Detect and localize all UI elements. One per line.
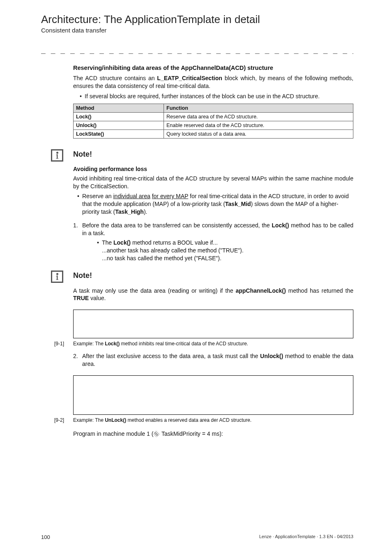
note-subheading: Avoiding performance loss — [73, 166, 353, 172]
table-cell-function: Query locked status of a data area. — [164, 130, 353, 138]
text-bold: L_EATP_CriticalSection — [157, 75, 222, 81]
note-text: A task may only use the data area (readi… — [73, 287, 353, 303]
step-1-line1: ...another task has already called the m… — [102, 247, 353, 254]
bullet-dot: • — [97, 239, 102, 247]
step-number: 2. — [73, 352, 82, 368]
intro-bullet: • If several blocks are required, furthe… — [80, 92, 353, 100]
step-1: 1. Before the data area to be transferre… — [73, 222, 353, 237]
divider-rule: _ _ _ _ _ _ _ _ _ _ _ _ _ _ _ _ _ _ _ _ … — [41, 45, 353, 54]
note-label: Note! — [73, 150, 92, 159]
step-1-sub-bullet: • The Lock() method returns a BOOL value… — [97, 239, 353, 247]
task-glyph-icon — [153, 430, 160, 437]
table-cell-method: Lock() — [74, 112, 164, 121]
info-icon: 1 — [51, 149, 63, 162]
figure-box-2 — [73, 375, 353, 415]
footer-right: Lenze · ApplicationTemplate · 1.3 EN - 0… — [259, 534, 353, 540]
bullet-text: If several blocks are required, further … — [85, 92, 353, 100]
program-line: Program in machine module 1 ( TaskMidPri… — [73, 430, 353, 437]
page-title: Architecture: The ApplicationTemplate in… — [41, 13, 353, 26]
note-bullet: • Reserve an individual area for every M… — [77, 192, 353, 216]
step-text: After the last exclusive access to the d… — [82, 352, 353, 368]
section-heading: Reserving/inhibiting data areas of the A… — [73, 65, 353, 71]
figure-ref: [9-1] — [54, 341, 73, 347]
method-table: Method Function Lock() Reserve data area… — [73, 104, 353, 139]
info-icon: 1 — [51, 271, 63, 283]
table-cell-function: Enable reserved data of the ACD structur… — [164, 121, 353, 130]
table-row: Lock() Reserve data area of the ACD stru… — [74, 112, 353, 121]
figure-ref: [9-2] — [54, 417, 73, 423]
table-cell-function: Reserve data area of the ACD structure. — [164, 112, 353, 121]
step-1-line2: ...no task has called the method yet ("F… — [102, 254, 353, 262]
table-header: Function — [164, 104, 353, 112]
step-number: 1. — [73, 222, 82, 237]
bullet-text: Reserve an individual area for every MAP… — [82, 192, 353, 216]
bullet-dot: • — [80, 92, 85, 100]
note-text: Avoid inhibiting real time-critical data… — [73, 175, 353, 190]
table-cell-method: Unlock() — [74, 121, 164, 130]
page-number: 100 — [41, 534, 50, 540]
table-row: LockState() Query locked status of a dat… — [74, 130, 353, 138]
figure-1-caption: [9-1] Example: The Lock() method inhibit… — [73, 341, 353, 347]
page-subtitle: Consistent data transfer — [41, 27, 353, 34]
table-header-row: Method Function — [74, 104, 353, 112]
table-row: Unlock() Enable reserved data of the ACD… — [74, 121, 353, 130]
bullet-dot: • — [77, 192, 82, 216]
step-text: Before the data area to be transferred c… — [82, 222, 353, 237]
text: The ACD structure contains an — [73, 75, 157, 81]
page-footer: 100 Lenze · ApplicationTemplate · 1.3 EN… — [41, 534, 353, 540]
note-block-lock: 1 Note! A task may only use the data are… — [51, 271, 353, 303]
step-2: 2. After the last exclusive access to th… — [73, 352, 353, 368]
bullet-text: The Lock() method returns a BOOL value i… — [102, 239, 218, 247]
figure-2-caption: [9-2] Example: The UnLock() method enabl… — [73, 417, 353, 423]
note-label: Note! — [73, 271, 92, 280]
table-header: Method — [74, 104, 164, 112]
table-cell-method: LockState() — [74, 130, 164, 138]
note-block-performance: 1 Note! Avoiding performance loss Avoid … — [51, 149, 353, 216]
intro-paragraph: The ACD structure contains an L_EATP_Cri… — [73, 74, 353, 90]
figure-caption-text: Example: The Lock() method inhibits real… — [73, 341, 248, 347]
figure-caption-text: Example: The UnLock() method enables a r… — [73, 417, 251, 423]
figure-box-1 — [73, 310, 353, 338]
